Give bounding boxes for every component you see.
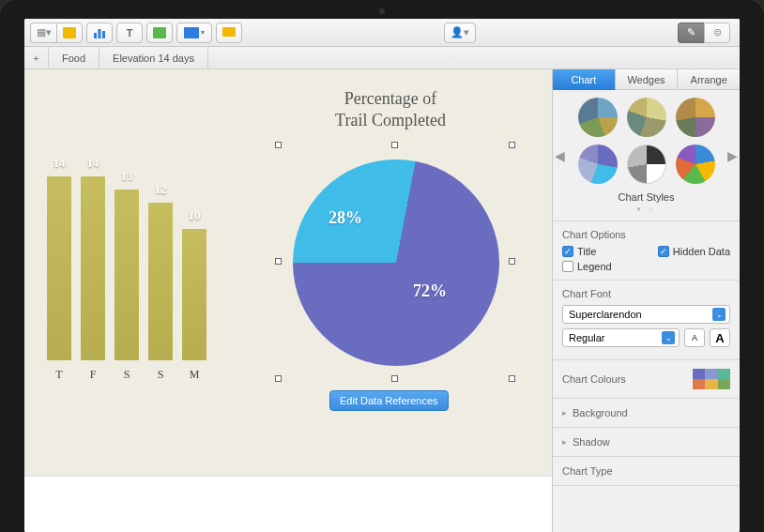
- colour-palette-swatch[interactable]: [693, 369, 730, 389]
- chart-style-swatch[interactable]: [627, 98, 666, 137]
- resize-handle[interactable]: [275, 258, 282, 265]
- resize-handle[interactable]: [275, 142, 282, 148]
- chart-type-row[interactable]: Chart Type: [553, 456, 740, 486]
- svg-rect-0: [63, 27, 76, 38]
- font-size-increase-button[interactable]: A: [710, 328, 730, 347]
- sort-filter-button[interactable]: ⊜: [704, 23, 730, 43]
- chart-style-swatch[interactable]: [676, 98, 715, 137]
- chart-style-swatch[interactable]: [676, 144, 715, 184]
- pie-slice-label: 28%: [329, 208, 362, 228]
- bar-value: 14: [87, 156, 99, 171]
- toolbar: ▦▾ T ▾ 👤▾ ✎ ⊜: [24, 19, 740, 47]
- bar-value: 13: [121, 169, 133, 184]
- text-button[interactable]: T: [116, 23, 143, 43]
- media-button[interactable]: ▾: [176, 23, 212, 43]
- chart-font-section: Chart Font Superclarendon⌄ Regular⌄ A A: [553, 280, 740, 359]
- section-title: Chart Font: [562, 288, 730, 299]
- collaborate-button[interactable]: 👤▾: [444, 23, 476, 43]
- format-button[interactable]: ✎: [678, 23, 704, 43]
- bar-chart[interactable]: 14 14 13 12 10 T F S S M: [24, 154, 222, 382]
- chart-title: Percentage of Trail Completed: [287, 88, 494, 132]
- view-menu-button[interactable]: ▦▾: [30, 23, 56, 43]
- pie-chart[interactable]: 28% 72%: [293, 160, 499, 366]
- svg-rect-2: [99, 29, 101, 38]
- inspector-tab-wedges[interactable]: Wedges: [616, 69, 679, 90]
- sheet-tab-food[interactable]: Food: [49, 47, 99, 68]
- shadow-row[interactable]: ▸Shadow: [553, 427, 740, 456]
- bar-category: T: [47, 368, 71, 382]
- pie-chart-selection[interactable]: 28% 72%: [278, 144, 512, 379]
- resize-handle[interactable]: [275, 375, 282, 382]
- format-inspector: Chart Wedges Arrange ◀ ▶ Chart Styles: [552, 69, 740, 532]
- shape-button[interactable]: [146, 23, 173, 43]
- canvas-blank-area: [24, 476, 552, 532]
- edit-data-references-button[interactable]: Edit Data References: [329, 390, 449, 411]
- inspector-tab-chart[interactable]: Chart: [553, 69, 616, 90]
- background-row[interactable]: ▸Background: [553, 398, 740, 427]
- chart-colours-row[interactable]: Chart Colours: [553, 359, 740, 398]
- chart-button[interactable]: [86, 23, 113, 43]
- svg-rect-3: [102, 31, 105, 38]
- chart-options-section: Chart Options ✓Title ✓Hidden Data Legend: [553, 220, 740, 280]
- svg-rect-5: [184, 27, 199, 38]
- bar-value: 14: [53, 156, 66, 171]
- resize-handle[interactable]: [391, 375, 398, 382]
- chart-style-swatch[interactable]: [578, 98, 618, 137]
- sheet-tabs: + Food Elevation 14 days: [24, 47, 740, 69]
- chart-style-swatch[interactable]: [578, 144, 618, 184]
- chart-style-swatch[interactable]: [627, 144, 666, 184]
- bar-value: 10: [189, 208, 201, 223]
- resize-handle[interactable]: [509, 142, 515, 148]
- option-hidden-data-checkbox[interactable]: ✓Hidden Data: [658, 246, 730, 257]
- styles-next-button[interactable]: ▶: [727, 148, 738, 163]
- chart-styles-picker: ◀ ▶ Chart Styles ● ○: [553, 90, 740, 220]
- chart-styles-label: Chart Styles: [564, 191, 728, 203]
- bar-category: M: [182, 368, 206, 382]
- svg-rect-4: [153, 27, 166, 38]
- bar-value: 12: [155, 182, 167, 197]
- bar-category: F: [81, 368, 105, 382]
- section-title: Chart Options: [562, 229, 730, 240]
- font-size-decrease-button[interactable]: A: [684, 328, 705, 347]
- inspector-tab-arrange[interactable]: Arrange: [678, 69, 740, 90]
- option-title-checkbox[interactable]: ✓Title: [562, 246, 596, 257]
- sheet-tab-elevation[interactable]: Elevation 14 days: [99, 47, 208, 68]
- resize-handle[interactable]: [509, 375, 515, 382]
- option-legend-checkbox[interactable]: Legend: [562, 261, 730, 272]
- resize-handle[interactable]: [509, 258, 515, 265]
- pie-slice-label: 72%: [413, 281, 447, 301]
- table-button[interactable]: [56, 23, 83, 43]
- add-sheet-button[interactable]: +: [24, 47, 49, 68]
- font-weight-select[interactable]: Regular⌄: [562, 328, 680, 347]
- comment-button[interactable]: [216, 23, 242, 43]
- styles-prev-button[interactable]: ◀: [555, 148, 565, 163]
- svg-rect-1: [94, 33, 97, 38]
- bar-category: S: [115, 368, 139, 382]
- canvas[interactable]: 14 14 13 12 10 T F S S M Percentage of T…: [24, 69, 552, 532]
- bar-category: S: [148, 368, 173, 382]
- styles-page-dots: ● ○: [564, 205, 728, 213]
- resize-handle[interactable]: [391, 142, 398, 148]
- svg-rect-6: [222, 27, 236, 37]
- font-family-select[interactable]: Superclarendon⌄: [562, 305, 730, 324]
